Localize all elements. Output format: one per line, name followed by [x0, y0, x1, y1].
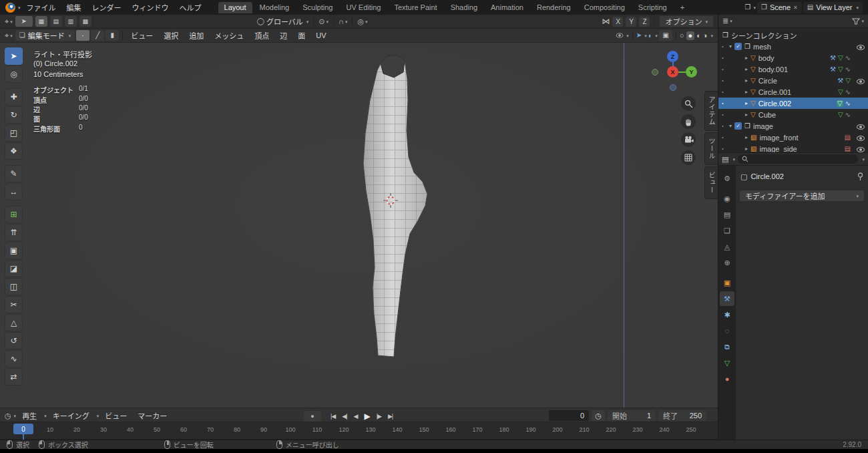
show-gizmo-toggle[interactable]: ➤ ▾	[636, 32, 647, 39]
gizmo-y-negative-axis[interactable]	[652, 69, 658, 76]
tool-option-d[interactable]: ▩	[79, 16, 91, 27]
mirror-y-toggle[interactable]: Y	[626, 17, 636, 27]
disclosure-closed-icon[interactable]: ▸	[745, 134, 748, 140]
menu-keying[interactable]: キーイング	[48, 409, 94, 422]
sidebar-tab-item[interactable]: アイテム	[704, 91, 718, 131]
frame-end-field[interactable]: 終了 250	[658, 410, 706, 421]
workspace-tab-modeling[interactable]: Modeling	[254, 2, 296, 13]
outliner-row-image-collection[interactable]: • ▾ ✓ ❒ image	[718, 120, 868, 132]
playhead[interactable]: 0	[13, 424, 33, 434]
hide-viewport-toggle[interactable]	[857, 123, 865, 131]
tool-bevel[interactable]: ◪	[5, 260, 23, 277]
properties-tab-view-layer[interactable]: ❏	[720, 223, 734, 238]
outliner-row-body-001[interactable]: • ▸ ▽ body.001 ⚒ ▽ ∿	[718, 63, 868, 75]
tool-tweak[interactable]: ➤	[5, 47, 23, 65]
menu-render[interactable]: レンダー	[87, 1, 126, 14]
play-button[interactable]: ▶	[361, 410, 372, 422]
menu-playback[interactable]: 再生	[17, 409, 41, 422]
tool-spin[interactable]: ↺	[5, 332, 23, 349]
disclosure-closed-icon[interactable]: ▸	[745, 78, 748, 84]
hide-viewport-toggle[interactable]	[857, 43, 865, 51]
collection-checkbox[interactable]: ✓	[734, 43, 742, 50]
filter-funnel-icon[interactable]	[852, 18, 860, 25]
menu-mesh[interactable]: メッシュ	[210, 29, 248, 42]
view-layer-selector[interactable]: ▤ View Layer ▾	[803, 2, 863, 13]
tool-measure[interactable]: ↔	[5, 183, 23, 200]
shading-solid-button[interactable]: ●	[686, 31, 695, 40]
camera-view-button[interactable]	[681, 132, 696, 147]
mirror-x-toggle[interactable]: X	[612, 17, 623, 27]
workspace-tab-layout[interactable]: Layout	[218, 2, 252, 13]
disclosure-closed-icon[interactable]: ▸	[745, 66, 748, 72]
object-name[interactable]: Circle	[758, 77, 777, 85]
gizmo-x-axis[interactable]: X	[667, 66, 678, 78]
tool-annotate[interactable]: ✎	[5, 165, 23, 182]
disclosure-open-icon[interactable]: ▾	[729, 43, 732, 49]
properties-tab-object[interactable]: ▣	[720, 275, 734, 290]
prev-keyframe-button[interactable]: ◀|	[339, 412, 349, 421]
gizmo-z-axis[interactable]: Z	[667, 51, 678, 62]
use-preview-range-toggle[interactable]: ◷	[592, 410, 605, 421]
modifier-icon[interactable]: ⚒	[837, 78, 843, 84]
close-icon[interactable]: ✕	[793, 5, 798, 11]
object-name[interactable]: image_front	[759, 134, 798, 142]
workspace-tab-uv-editing[interactable]: UV Editing	[340, 2, 387, 13]
outliner-row-circle-001[interactable]: • ▸ ▽ Circle.001 ▽ ∿	[718, 86, 868, 98]
outliner-row-circle-002[interactable]: • ▸ ▽ Circle.002 ▽ ∿	[718, 98, 868, 109]
vertex-select-mode-button[interactable]: ∙	[76, 30, 89, 41]
disclosure-closed-icon[interactable]: ▸	[745, 89, 748, 95]
pin-icon[interactable]	[857, 172, 863, 181]
outliner-row-scene-collection[interactable]: ❒ シーンコレクション	[718, 29, 868, 41]
shading-rendered-button[interactable]: ◑	[703, 32, 708, 39]
collection-name[interactable]: mesh	[753, 43, 771, 51]
outliner-row-circle[interactable]: • ▸ ▽ Circle ⚒ ▽	[718, 75, 868, 86]
menu-file[interactable]: ファイル	[22, 1, 61, 14]
menu-view[interactable]: ビュー	[100, 409, 132, 422]
properties-search-input[interactable]	[750, 155, 854, 164]
workspace-tab-rendering[interactable]: Rendering	[531, 2, 577, 13]
properties-tab-physics[interactable]: ◌	[720, 323, 734, 338]
properties-tab-world[interactable]: ⊕	[720, 255, 734, 270]
menu-edit[interactable]: 編集	[62, 1, 86, 14]
scene-browse-button[interactable]: ❒ ▾	[744, 4, 755, 11]
object-visibility-dropdown[interactable]: ▾	[616, 33, 629, 38]
properties-tab-tool[interactable]: ⚙	[720, 171, 734, 186]
disclosure-closed-icon[interactable]: ▸	[745, 146, 748, 152]
play-reverse-button[interactable]: ◀	[351, 412, 361, 421]
sidebar-tab-tool[interactable]: ツール	[704, 132, 718, 165]
tool-loop-cut[interactable]: ◫	[5, 278, 23, 295]
tool-extrude-region[interactable]: ⇈	[5, 224, 23, 241]
toggle-ortho-button[interactable]	[681, 150, 696, 165]
tool-cursor[interactable]: ◎	[5, 65, 23, 83]
properties-tab-scene[interactable]: ◬	[720, 239, 734, 254]
options-dropdown[interactable]: オプション ▾	[660, 16, 713, 27]
object-name[interactable]: body	[758, 54, 775, 62]
xray-toggle[interactable]: ▣	[659, 30, 672, 41]
tool-edge-slide[interactable]: ⇄	[5, 368, 23, 386]
menu-help[interactable]: ヘルプ	[175, 1, 206, 14]
disclosure-open-icon[interactable]: ▾	[729, 123, 732, 129]
disclosure-closed-icon[interactable]: ▸	[745, 112, 748, 118]
current-frame-field[interactable]: 0	[549, 410, 589, 421]
frame-start-field[interactable]: 開始 1	[608, 410, 656, 421]
workspace-tab-scripting[interactable]: Scripting	[632, 2, 673, 13]
tool-knife[interactable]: ✂	[5, 296, 23, 313]
tool-inset-faces[interactable]: ▣	[5, 242, 23, 259]
properties-tab-particles[interactable]: ✱	[720, 307, 734, 322]
zoom-button[interactable]	[681, 96, 696, 111]
mirror-z-toggle[interactable]: Z	[639, 17, 650, 27]
show-overlays-toggle[interactable]: ◐ ▾	[648, 32, 658, 39]
timeline-editor-icon[interactable]: ◷	[5, 412, 11, 420]
properties-search[interactable]	[738, 154, 859, 164]
jump-to-end-button[interactable]: ▶|	[385, 412, 395, 421]
menu-window[interactable]: ウィンドウ	[128, 1, 174, 14]
menu-face[interactable]: 面	[293, 29, 310, 42]
proportional-editing-toggle[interactable]: ◎ ▾	[357, 18, 367, 25]
menu-add[interactable]: 追加	[184, 29, 208, 42]
pivot-point-selector[interactable]: ⊙ ▾	[318, 18, 329, 25]
workspace-tab-shading[interactable]: Shading	[445, 2, 483, 13]
object-name[interactable]: Circle.001	[758, 88, 792, 96]
tool-poly-build[interactable]: △	[5, 314, 23, 331]
add-modifier-button[interactable]: モディファイアーを追加 ▾	[739, 190, 865, 202]
menu-edge[interactable]: 辺	[275, 29, 292, 42]
